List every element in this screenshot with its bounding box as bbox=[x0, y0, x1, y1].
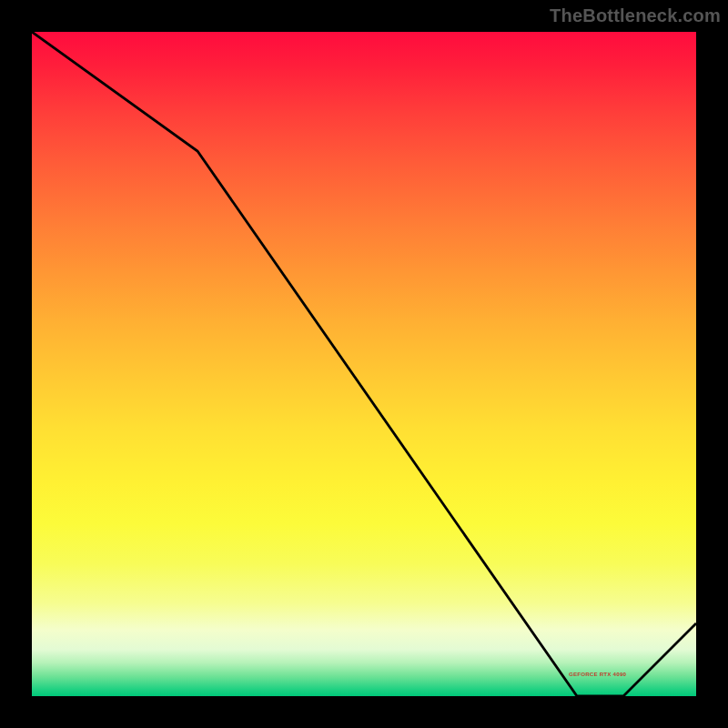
gpu-label: GEFORCE RTX 4090 bbox=[569, 672, 626, 677]
plot-area: GEFORCE RTX 4090 bbox=[27, 27, 701, 701]
chart-stage: TheBottleneck.com GEFORCE RTX 4090 bbox=[0, 0, 728, 728]
bottleneck-line bbox=[32, 32, 696, 696]
watermark-text: TheBottleneck.com bbox=[550, 5, 721, 26]
